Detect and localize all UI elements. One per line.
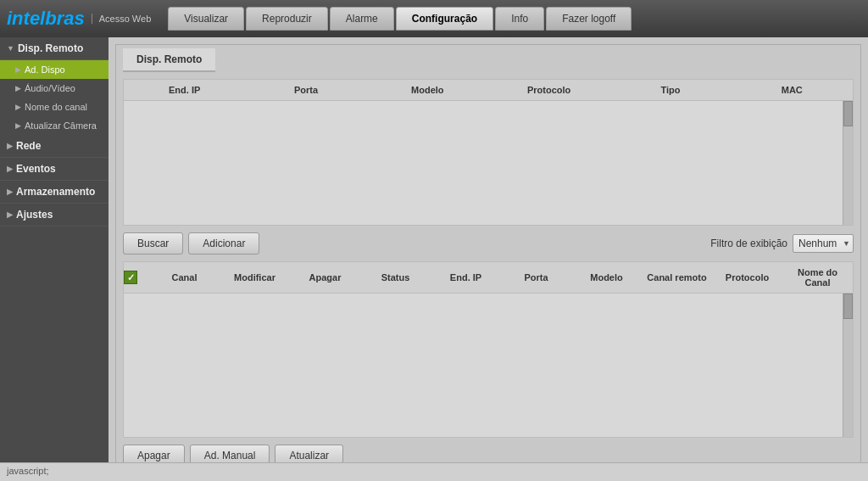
tab-info[interactable]: Info [495,7,544,31]
col2-endip: End. IP [431,271,501,284]
filter-label: Filtro de exibição [710,238,787,249]
arrow-right-icon [15,84,21,92]
sidebar-item-nome-canal[interactable]: Nome do canal [0,98,108,116]
tab-configuracao[interactable]: Configuração [396,7,493,31]
arrow-right-icon [15,103,21,111]
scrollbar2-thumb[interactable] [843,294,853,319]
arrow-right-icon [15,121,21,130]
checkbox-cell-header[interactable] [124,271,149,284]
col2-modificar: Modificar [220,271,290,284]
col2-modelo: Modelo [571,271,642,284]
panel-body: End. IP Porta Modelo Protocolo Tipo MAC [116,72,860,473]
arrow-right-icon [7,210,13,219]
col2-protocolo: Protocolo [712,271,782,284]
col-modelo: Modelo [367,83,488,97]
select-all-checkbox[interactable] [124,271,137,284]
sidebar-item-label: Nome do canal [25,102,87,112]
acesso-web-label: Acesso Web [92,14,152,24]
sidebar-section-label: Armazenamento [16,186,95,198]
buscar-button[interactable]: Buscar [123,232,183,254]
col2-apagar: Apagar [290,271,360,284]
arrow-down-icon [7,44,14,53]
scrollbar-thumb[interactable] [843,101,853,126]
col-tipo: Tipo [609,83,731,97]
content-panel: Disp. Remoto End. IP Porta Modelo Protoc… [115,44,861,474]
col-porta: Porta [245,83,366,97]
col-protocolo: Protocolo [488,83,609,97]
discovery-buttons-row: Buscar Adicionar Filtro de exibição Nenh… [123,232,854,254]
tab-alarme[interactable]: Alarme [330,7,394,31]
sidebar-section-armazenamento[interactable]: Armazenamento [0,181,108,204]
tab-visualizar[interactable]: Visualizar [168,7,244,31]
col-endip: End. IP [124,83,245,97]
main-layout: Disp. Remoto Ad. Dispo Áudio/Vídeo Nome … [0,37,868,481]
nav-tabs: Visualizar Reproduzir Alarme Configuraçã… [168,7,632,31]
content-area: Disp. Remoto End. IP Porta Modelo Protoc… [108,37,868,481]
sidebar-section-label: Eventos [16,163,56,175]
sidebar-item-atualizar-camera[interactable]: Atualizar Câmera [0,116,108,135]
sidebar-item-label: Ad. Dispo [25,64,65,75]
sidebar-item-audio-video[interactable]: Áudio/Vídeo [0,79,108,98]
col2-nome-canal: Nome do Canal [782,266,853,289]
tab-reproduzir[interactable]: Reproduzir [246,7,328,31]
discovery-table-body [124,101,853,225]
sidebar: Disp. Remoto Ad. Dispo Áudio/Vídeo Nome … [0,37,108,481]
added-devices-table-body [124,294,853,437]
sidebar-item-ad-dispo[interactable]: Ad. Dispo [0,60,108,79]
filter-select-wrapper: Nenhum ▼ [793,234,854,253]
col2-canal-remoto: Canal remoto [642,271,712,284]
sidebar-section-eventos[interactable]: Eventos [0,158,108,181]
logo-brand: intelbras [7,8,85,30]
scrollbar2-right[interactable] [843,294,853,437]
arrow-right-icon [7,142,13,150]
col-mac: MAC [732,83,853,97]
added-devices-table: Canal Modificar Apagar Status End. IP Po… [123,261,854,438]
scrollbar-right[interactable] [843,101,853,225]
logo-area: intelbras Acesso Web [7,8,151,30]
sidebar-section-label: Ajustes [16,209,53,221]
arrow-right-icon [7,187,13,196]
sidebar-section-ajustes[interactable]: Ajustes [0,204,108,227]
discovery-table: End. IP Porta Modelo Protocolo Tipo MAC [123,79,854,226]
sidebar-section-label: Rede [16,140,41,152]
adicionar-button[interactable]: Adicionar [188,232,259,254]
discovery-table-header: End. IP Porta Modelo Protocolo Tipo MAC [124,80,853,101]
added-devices-table-header: Canal Modificar Apagar Status End. IP Po… [124,262,853,294]
col2-porta: Porta [501,271,571,284]
status-text: javascript; [7,466,49,476]
sidebar-section-rede[interactable]: Rede [0,135,108,158]
filter-select[interactable]: Nenhum [793,234,854,253]
sidebar-item-label: Atualizar Câmera [25,120,97,131]
filter-area: Filtro de exibição Nenhum ▼ [710,234,854,253]
tab-logoff[interactable]: Fazer logoff [546,7,632,31]
arrow-right-icon [15,65,21,74]
sidebar-item-label: Áudio/Vídeo [25,83,75,93]
col2-status: Status [360,271,431,284]
sidebar-section-disp-remoto[interactable]: Disp. Remoto [0,37,108,60]
sidebar-section-label: Disp. Remoto [18,42,83,54]
header: intelbras Acesso Web Visualizar Reproduz… [0,0,868,37]
arrow-right-icon [7,165,13,173]
col2-canal: Canal [149,271,220,284]
status-bar: javascript; [0,462,868,481]
panel-tab: Disp. Remoto [123,48,215,72]
